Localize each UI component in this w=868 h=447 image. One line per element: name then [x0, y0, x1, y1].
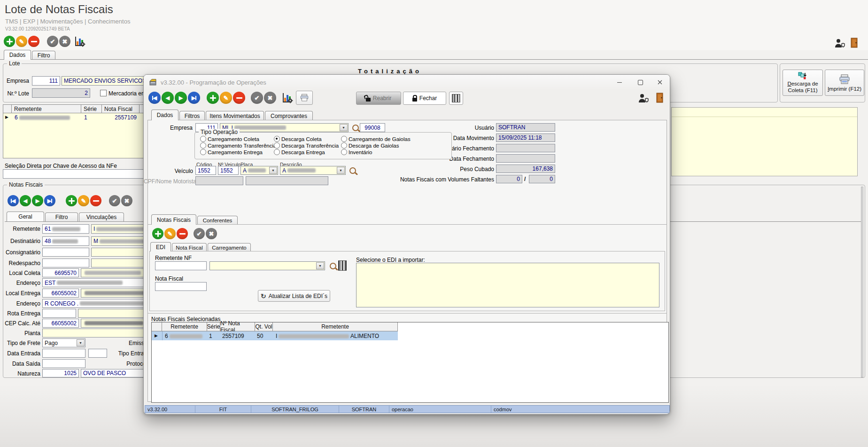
radio-carregamento-entrega[interactable]: [200, 149, 206, 155]
nf-local-entrega-code[interactable]: 66055002: [42, 289, 79, 298]
m-print-button[interactable]: [296, 91, 313, 105]
descarga-coleta-button[interactable]: Descarga de Coleta (F11): [783, 70, 823, 96]
m-edit-button[interactable]: ✎: [220, 92, 232, 104]
edi-cancel-button[interactable]: ✖: [206, 228, 217, 239]
radio-descarga-entrega[interactable]: [274, 149, 280, 155]
nf-tab-filtro[interactable]: Filtro: [45, 212, 78, 221]
dropdown-icon[interactable]: ▼: [316, 262, 324, 269]
m-first-button[interactable]: ◀: [148, 92, 161, 104]
atualizar-edi-button[interactable]: ↻ Atualizar Lista de EDI´s: [258, 290, 330, 302]
delete-button[interactable]: [28, 36, 39, 47]
nf-data-entrada-input[interactable]: [42, 349, 85, 358]
fechar-button[interactable]: Fechar: [403, 92, 446, 105]
radio-inventario[interactable]: [341, 149, 347, 155]
nf-add-button[interactable]: [66, 195, 77, 206]
tab-dados[interactable]: Dados: [4, 50, 31, 60]
tab-filtro[interactable]: Filtro: [32, 51, 55, 60]
empresa-code-input[interactable]: 111: [32, 76, 60, 86]
grid-header-nota[interactable]: Nota Fiscal: [102, 105, 140, 113]
m-last-button[interactable]: ▶: [188, 92, 200, 104]
edi-nota-fiscal-input[interactable]: [155, 282, 207, 291]
grid-header-serie[interactable]: Série: [81, 105, 102, 113]
m-confirm-button[interactable]: ✔: [251, 92, 263, 104]
remetente-nf-input[interactable]: [155, 261, 207, 270]
m-tab-filtros[interactable]: Filtros: [179, 111, 205, 120]
modal-title-bar[interactable]: v3.32.00 - Programação de Operações: [144, 75, 670, 90]
nf-cep-calc-code[interactable]: 66055002: [42, 319, 79, 328]
minimize-button[interactable]: [612, 77, 628, 87]
m-barcode-button[interactable]: [449, 92, 463, 105]
sel-hdr-remetente2[interactable]: Remetente: [273, 322, 398, 331]
radio-carregamento-transferencia[interactable]: [200, 142, 206, 149]
maximize-button[interactable]: [632, 77, 648, 87]
remetente-nf-select[interactable]: ▼: [209, 261, 325, 270]
m-chart-button[interactable]: [282, 92, 293, 103]
nf-tab-geral[interactable]: Geral: [7, 212, 44, 221]
m-next-button[interactable]: ▶: [175, 92, 187, 104]
m-add-button[interactable]: [207, 92, 219, 104]
subtab-edi[interactable]: EDI: [150, 242, 171, 251]
radio-carregamento-gaiolas[interactable]: [341, 136, 347, 142]
nf-rota-entrega-code[interactable]: [42, 309, 76, 318]
dropdown-icon[interactable]: ▼: [77, 339, 85, 346]
m-prev-button[interactable]: ◀: [162, 92, 174, 104]
nf-local-coleta-code[interactable]: 6695570: [42, 268, 79, 277]
m-exit-button[interactable]: [656, 93, 664, 103]
dropdown-icon[interactable]: ▼: [337, 167, 345, 174]
m-tab-conferentes[interactable]: Conferentes: [197, 216, 238, 225]
veiculo-codigo-input[interactable]: 1552: [195, 166, 216, 175]
radio-descarga-coleta[interactable]: [274, 136, 280, 142]
grid-header-remetente[interactable]: Remetente: [12, 105, 81, 113]
nf-prev-button[interactable]: ◀: [20, 195, 31, 206]
exit-button[interactable]: [850, 38, 859, 48]
nf-next-button[interactable]: ▶: [32, 195, 43, 206]
user-profile-button[interactable]: [834, 39, 845, 48]
sel-hdr-qtvol[interactable]: Qt. Vol: [255, 322, 273, 331]
nf-delete-button[interactable]: [90, 195, 101, 206]
sel-row[interactable]: ▶ 6 1 2557109 50 I ALIMENTO: [152, 331, 398, 340]
nf-data-saida-input[interactable]: [42, 359, 85, 368]
veiculo-nveiculo-input[interactable]: 1552: [218, 166, 239, 175]
sel-hdr-nota[interactable]: Nº Nota Fiscal: [220, 322, 255, 331]
cancel-button[interactable]: ✖: [59, 36, 70, 47]
chart-settings-button[interactable]: [74, 36, 85, 47]
nf-tipo-frete-select[interactable]: Pago▼: [42, 338, 85, 347]
veiculo-descricao-select[interactable]: A▼: [280, 166, 346, 175]
sel-hdr-remetente[interactable]: Remetente: [162, 322, 207, 331]
imprimir-button[interactable]: Imprimir (F12): [825, 70, 864, 96]
nf-tab-vinculacoes[interactable]: Vinculações: [79, 212, 124, 221]
nf-confirm-button[interactable]: ✔: [109, 195, 120, 206]
dropdown-icon[interactable]: ▼: [340, 124, 348, 131]
nf-natureza-code[interactable]: 1025: [42, 369, 79, 377]
add-button[interactable]: [4, 36, 15, 47]
veiculo-placa-select[interactable]: A▼: [240, 166, 278, 175]
dropdown-icon[interactable]: ▼: [269, 167, 277, 174]
search-icon[interactable]: [349, 167, 356, 174]
edit-button[interactable]: ✎: [16, 36, 27, 47]
m-cancel-button[interactable]: ✖: [264, 92, 276, 104]
m-tab-itens[interactable]: Itens Movimentados: [206, 111, 264, 120]
m-tab-dados[interactable]: Dados: [151, 110, 178, 120]
sel-hdr-serie[interactable]: Série: [207, 322, 220, 331]
edi-edit-button[interactable]: ✎: [164, 228, 176, 239]
m-tab-notas-fiscais[interactable]: Notas Fiscais: [151, 214, 196, 225]
m-delete-button[interactable]: [233, 92, 245, 104]
m-tab-comprovantes[interactable]: Comprovantes: [265, 111, 313, 120]
m-user-button[interactable]: [638, 94, 649, 103]
radio-descarga-gaiolas[interactable]: [341, 142, 347, 149]
confirm-button[interactable]: ✔: [47, 36, 58, 47]
nf-destinatario-code[interactable]: 48: [42, 236, 89, 246]
nf-cancel-button[interactable]: ✖: [121, 195, 132, 206]
search-icon[interactable]: [352, 125, 359, 131]
edi-add-button[interactable]: [152, 228, 163, 239]
scrollbar[interactable]: [861, 187, 863, 377]
barcode-icon[interactable]: [338, 260, 347, 271]
nf-redespacho-code[interactable]: [42, 259, 89, 267]
nf-edit-button[interactable]: ✎: [78, 195, 89, 206]
nf-last-button[interactable]: ▶: [44, 195, 55, 206]
radio-descarga-transferencia[interactable]: [274, 142, 280, 149]
edi-import-textarea[interactable]: [356, 263, 659, 307]
mercadoria-checkbox[interactable]: [100, 90, 107, 96]
nf-first-button[interactable]: ◀: [8, 195, 19, 206]
subtab-carregamento[interactable]: Carregamento: [208, 243, 251, 251]
